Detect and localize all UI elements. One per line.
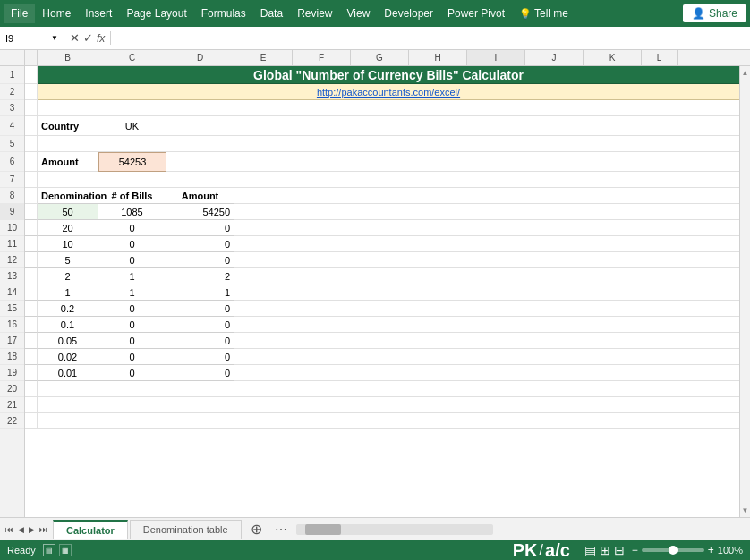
cell-c14[interactable]: 1 — [98, 284, 166, 301]
fx-icon[interactable]: fx — [97, 32, 105, 45]
menu-bar: File Home Insert Page Layout Formulas Da… — [0, 0, 750, 27]
menu-formulas[interactable]: Formulas — [194, 4, 253, 23]
zoom-out-icon[interactable]: − — [632, 544, 638, 556]
normal-view-icon[interactable]: ▤ — [43, 544, 55, 556]
cell-b19[interactable]: 0.01 — [38, 365, 98, 381]
tab-options-icon[interactable]: ⋯ — [269, 522, 293, 537]
cell-d9[interactable]: 54250 — [166, 204, 234, 220]
cell-d18[interactable]: 0 — [166, 349, 234, 365]
menu-data[interactable]: Data — [253, 4, 290, 23]
url-cell[interactable]: http://pakaccountants.com/excel/ — [38, 84, 739, 100]
data-rows: 50 1085 54250 20 0 0 10 0 0 5 0 0 2 1 2 — [25, 204, 739, 381]
cell-d17[interactable]: 0 — [166, 333, 234, 349]
cell-b13[interactable]: 2 — [38, 268, 98, 284]
cell-b4[interactable]: Country — [38, 116, 98, 136]
tab-denomination-table[interactable]: Denomination table — [130, 520, 242, 539]
row-5 — [25, 136, 739, 152]
cell-c9[interactable]: 1085 — [98, 204, 166, 220]
row-7 — [25, 172, 739, 188]
cell-d15[interactable]: 0 — [166, 301, 234, 317]
cell-b10[interactable]: 20 — [38, 220, 98, 236]
cancel-formula-icon[interactable]: ✕ — [70, 31, 80, 45]
next-sheet-icon[interactable]: ▶ — [27, 523, 37, 536]
menu-page-layout[interactable]: Page Layout — [119, 4, 193, 23]
dropdown-arrow-icon: ▼ — [51, 34, 58, 42]
cell-reference-box[interactable]: I9 ▼ — [0, 33, 64, 44]
cell-b14[interactable]: 1 — [38, 284, 98, 301]
add-sheet-button[interactable]: ⊕ — [243, 522, 269, 537]
page-layout-btn[interactable]: ⊟ — [614, 543, 625, 557]
prev-sheet-icon[interactable]: ◀ — [16, 523, 26, 536]
cell-c10[interactable]: 0 — [98, 220, 166, 236]
status-view-icons: ▤ ▦ — [43, 544, 72, 556]
cell-d12[interactable]: 0 — [166, 252, 234, 268]
tab-nav-btns: ⏮ ◀ ▶ ⏭ — [0, 523, 53, 536]
scroll-up-icon[interactable]: ▲ — [739, 66, 750, 80]
title-cell: Global "Number of Currency Bills" Calcul… — [38, 66, 739, 84]
scroll-down-icon[interactable]: ▼ — [739, 504, 750, 517]
cell-c19[interactable]: 0 — [98, 365, 166, 381]
confirm-formula-icon[interactable]: ✓ — [83, 31, 93, 45]
cell-b18[interactable]: 0.02 — [38, 349, 98, 365]
cell-c11[interactable]: 0 — [98, 236, 166, 252]
col-header-i: I — [467, 50, 525, 65]
row-6: Amount 54253 — [25, 152, 739, 172]
pk-logo-area: PK / a/c — [513, 541, 570, 559]
col-header-j: J — [525, 50, 584, 65]
zoom-slider[interactable] — [642, 548, 704, 552]
first-sheet-icon[interactable]: ⏮ — [4, 523, 15, 536]
row-1: Global "Number of Currency Bills" Calcul… — [25, 66, 739, 84]
normal-view-btn[interactable]: ▤ — [584, 543, 596, 557]
last-sheet-icon[interactable]: ⏭ — [38, 523, 49, 536]
page-layout-icon[interactable]: ▦ — [59, 544, 72, 556]
horizontal-scrollbar[interactable] — [296, 524, 493, 535]
cell-b17[interactable]: 0.05 — [38, 333, 98, 349]
page-break-view-btn[interactable]: ⊞ — [600, 543, 610, 557]
menu-home[interactable]: Home — [35, 4, 78, 23]
cell-b12[interactable]: 5 — [38, 252, 98, 268]
cell-d13[interactable]: 2 — [166, 268, 234, 284]
cell-c17[interactable]: 0 — [98, 333, 166, 349]
menu-review[interactable]: Review — [290, 4, 339, 23]
cell-d19[interactable]: 0 — [166, 365, 234, 381]
zoom-in-icon[interactable]: + — [708, 544, 714, 556]
share-button[interactable]: 👤 Share — [683, 4, 746, 22]
row-16: 0.1 0 0 — [25, 317, 739, 333]
menu-file[interactable]: File — [4, 4, 35, 23]
cell-b15[interactable]: 0.2 — [38, 301, 98, 317]
amount-input-cell[interactable]: 54253 — [98, 152, 166, 172]
menu-insert[interactable]: Insert — [78, 4, 119, 23]
cell-d16[interactable]: 0 — [166, 317, 234, 333]
row-12: 5 0 0 — [25, 252, 739, 268]
vertical-scrollbar[interactable]: ▲ ▼ — [739, 66, 750, 517]
col-header-f: F — [293, 50, 351, 65]
cell-c13[interactable]: 1 — [98, 268, 166, 284]
row-22 — [25, 413, 739, 429]
menu-developer[interactable]: Developer — [377, 4, 440, 23]
spreadsheet-container: B C D E F G H I J K L 1 2 3 4 5 6 7 8 9 … — [0, 50, 750, 517]
formula-input[interactable] — [111, 33, 750, 44]
col-header-c: C — [98, 50, 166, 65]
header-amount: Amount — [166, 188, 234, 204]
header-denomination: Denomination — [38, 188, 98, 204]
cell-b16[interactable]: 0.1 — [38, 317, 98, 333]
cell-d14[interactable]: 1 — [166, 284, 234, 301]
cell-b9[interactable]: 50 — [38, 204, 98, 220]
row-8: Denomination # of Bills Amount — [25, 188, 739, 204]
grid: Global "Number of Currency Bills" Calcul… — [25, 66, 739, 517]
menu-view[interactable]: View — [340, 4, 378, 23]
cell-c18[interactable]: 0 — [98, 349, 166, 365]
cell-c16[interactable]: 0 — [98, 317, 166, 333]
col-header-d: D — [166, 50, 234, 65]
row-18: 0.02 0 0 — [25, 349, 739, 365]
menu-power-pivot[interactable]: Power Pivot — [440, 4, 512, 23]
tab-calculator[interactable]: Calculator — [53, 520, 128, 539]
cell-d10[interactable]: 0 — [166, 220, 234, 236]
menu-tell-me[interactable]: 💡 Tell me — [512, 4, 575, 23]
cell-c12[interactable]: 0 — [98, 252, 166, 268]
cell-d11[interactable]: 0 — [166, 236, 234, 252]
cell-c15[interactable]: 0 — [98, 301, 166, 317]
row-numbers: 1 2 3 4 5 6 7 8 9 10 11 12 13 14 15 16 1… — [0, 66, 25, 517]
cell-c4[interactable]: UK — [98, 116, 166, 136]
cell-b11[interactable]: 10 — [38, 236, 98, 252]
